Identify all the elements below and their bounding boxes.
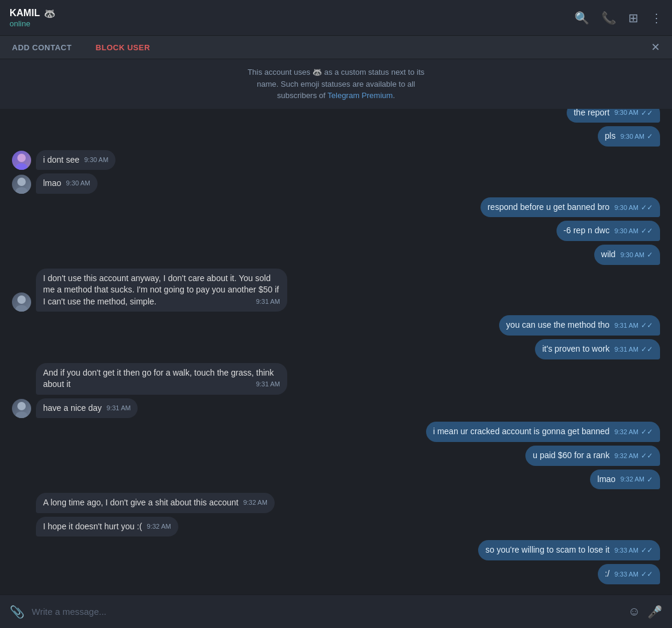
message-row: u paid $60 for a rank9:32 AM✓✓ [12,446,660,466]
notice-actions: ADD CONTACT BLOCK USER [12,43,150,52]
message-bubble: i dont see9:30 AM [36,150,115,170]
message-time: 9:30 AM [621,251,644,260]
message-row: I hope it doesn't hurt you :(9:32 AM [12,517,660,537]
message-text: it's proven to work [542,344,609,353]
message-time: 9:31 AM [256,297,280,306]
message-bubble: pls9:30 AM✓ [598,126,660,147]
message-text: And if you don't get it then go for a wa… [43,368,274,389]
message-time: 9:30 AM [615,203,638,212]
message-text: i mean ur cracked account is gonna get b… [433,426,610,436]
message-time: 9:30 AM [615,227,638,236]
svg-point-6 [17,402,26,410]
read-receipts-icon: ✓ [647,250,653,260]
message-row: -6 rep n dwc9:30 AM✓✓ [12,221,660,241]
message-text: respond before u get banned bro [488,202,610,212]
message-bubble: the report9:30 AM✓✓ [567,109,660,123]
message-bubble: I don't use this account anyway, I don't… [36,269,287,312]
svg-point-1 [16,163,28,170]
read-receipts-icon: ✓✓ [641,321,653,331]
close-icon[interactable]: ✕ [651,41,660,54]
message-meta: 9:31 AM [256,380,280,389]
read-receipts-icon: ✓✓ [641,109,653,118]
message-meta: 9:30 AM [84,156,108,164]
message-text: :/ [605,569,610,578]
message-time: 9:33 AM [615,570,638,579]
message-meta: 9:32 AM [243,498,267,507]
message-time: 9:31 AM [107,404,130,413]
message-bubble: so you're willing to scam to lose it9:33… [478,540,660,560]
message-row: have a nice day9:31 AM [12,398,660,419]
message-text: wild [601,249,616,259]
message-time: 9:31 AM [615,321,638,330]
avatar-placeholder [12,376,31,395]
message-meta: 9:31 AM✓✓ [615,321,653,331]
message-row: :/9:33 AM✓✓ [12,564,660,584]
message-row: so you're willing to scam to lose it9:33… [12,540,660,560]
avatar [12,175,31,194]
read-receipts-icon: ✓✓ [641,345,653,355]
mic-icon[interactable]: 🎤 [647,605,662,619]
svg-point-7 [16,411,28,418]
message-row: A long time ago, I don't give a shit abo… [12,493,660,513]
avatar-placeholder [12,517,31,536]
message-text: I don't use this account anyway, I don't… [43,273,279,306]
message-time: 9:31 AM [615,345,638,354]
notice-bar: ADD CONTACT BLOCK USER ✕ [0,36,672,59]
add-contact-button[interactable]: ADD CONTACT [12,43,72,52]
contact-info: KAMIL 🦝 online [10,8,574,28]
message-time: 9:32 AM [615,452,638,461]
message-text: have a nice day [43,403,102,413]
svg-point-2 [17,178,26,186]
message-bubble: have a nice day9:31 AM [36,398,138,419]
online-status: online [10,19,574,28]
message-row: you can use the method tho9:31 AM✓✓ [12,315,660,336]
block-user-button[interactable]: BLOCK USER [96,43,150,52]
message-meta: 9:30 AM✓ [621,250,653,260]
message-time: 9:30 AM [66,179,90,188]
message-time: 9:32 AM [615,428,638,437]
svg-point-4 [17,295,26,304]
message-meta: 9:32 AM✓✓ [615,427,653,437]
message-bubble: lmao9:30 AM [36,173,98,194]
message-text: A long time ago, I don't give a shit abo… [43,498,238,507]
message-bubble: respond before u get banned bro9:30 AM✓✓ [481,197,660,218]
message-text: the report [574,109,610,117]
message-row: the report9:30 AM✓✓ [12,109,660,123]
read-receipts-icon: ✓ [647,475,653,485]
message-meta: 9:31 AM [256,297,280,306]
message-time: 9:31 AM [256,380,280,389]
message-bubble: lmao9:32 AM✓ [590,470,660,490]
message-text: lmao [43,178,61,188]
attach-icon[interactable]: 📎 [10,605,25,619]
message-bubble: I hope it doesn't hurt you :(9:32 AM [36,517,178,537]
svg-point-3 [16,187,28,194]
message-input[interactable] [32,606,621,617]
avatar [12,292,31,312]
avatar [12,399,31,418]
message-row: lmao9:32 AM✓ [12,470,660,490]
message-bubble: :/9:33 AM✓✓ [598,564,660,584]
message-text: pls [605,131,616,141]
more-icon[interactable]: ⋮ [650,11,662,25]
message-row: pls9:30 AM✓ [12,126,660,147]
emoji-icon[interactable]: ☺ [628,605,640,618]
status-emoji: 🦝 [44,8,56,19]
message-row: i mean ur cracked account is gonna get b… [12,422,660,442]
search-icon[interactable]: 🔍 [574,11,589,25]
message-meta: 9:33 AM✓✓ [615,569,653,580]
telegram-premium-link[interactable]: Telegram Premium [327,91,393,100]
call-icon[interactable]: 📞 [601,11,616,25]
message-meta: 9:32 AM✓ [621,475,653,485]
message-time: 9:32 AM [621,475,644,484]
message-meta: 9:30 AM✓✓ [615,226,653,236]
message-bubble: -6 rep n dwc9:30 AM✓✓ [557,221,660,241]
message-row: i dont see9:30 AM [12,150,660,170]
message-text: lmao [597,474,615,484]
avatar [12,151,31,170]
message-row: it's proven to work9:31 AM✓✓ [12,339,660,359]
layout-icon[interactable]: ⊞ [628,11,638,25]
premium-notice: This account uses 🦝 as a custom status n… [0,59,672,109]
message-meta: 9:32 AM✓✓ [615,451,653,461]
name-text: KAMIL [10,8,40,19]
avatar-placeholder [12,494,31,513]
